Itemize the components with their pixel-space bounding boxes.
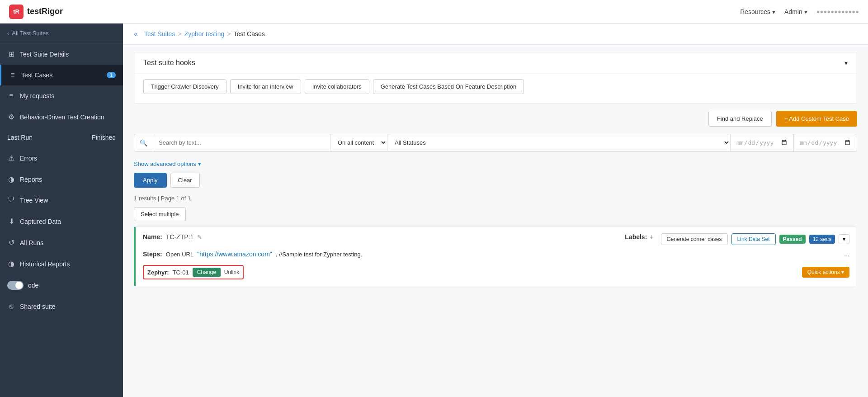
sidebar-item-my-requests[interactable]: ≡ My requests <box>0 85 123 106</box>
admin-menu[interactable]: Admin <box>784 8 807 15</box>
sidebar-label-last-run: Last Run <box>7 134 87 141</box>
tc-edit-icon[interactable]: ✎ <box>197 234 202 241</box>
link-dataset-button[interactable]: Link Data Set <box>731 233 776 245</box>
runs-icon: ↺ <box>7 238 15 247</box>
last-run-finished-badge: Finished <box>92 134 116 141</box>
back-chevron-icon: ‹ <box>7 30 9 37</box>
tree-icon: ⛉ <box>7 196 15 204</box>
actions-bar: Find and Replace + Add Custom Test Case <box>123 104 868 134</box>
sidebar-item-test-suite-details[interactable]: ⊞ Test Suite Details <box>0 43 123 65</box>
sidebar-label-shared-suite: Shared suite <box>20 303 116 310</box>
invite-collaborators-button[interactable]: Invite collaborators <box>305 79 369 94</box>
breadcrumb-test-suites[interactable]: Test Suites <box>144 30 175 38</box>
gear-icon: ⚙ <box>7 113 15 121</box>
zephyr-value: TC-01 <box>173 269 189 276</box>
user-label: ●●●●●●●●●●●● <box>816 8 859 15</box>
sidebar-back-button[interactable]: ‹ All Test Suites <box>0 24 123 43</box>
breadcrumb-current: Test Cases <box>233 30 264 38</box>
tc-footer-row: Zephyr: TC-01 Change Unlink Quick action… <box>136 261 857 286</box>
sidebar-label-captured-data: Captured Data <box>20 218 116 225</box>
sidebar-item-tree-view[interactable]: ⛉ Tree View <box>0 190 123 211</box>
tc-steps-rest: . //Sample test for Zypher testing. <box>276 251 362 258</box>
share-icon: ⎋ <box>7 302 15 311</box>
sidebar-label-test-suite-details: Test Suite Details <box>20 51 116 58</box>
select-multiple-button[interactable]: Select multiple <box>134 207 186 221</box>
sidebar-label-all-runs: All Runs <box>20 239 116 246</box>
sidebar-label-reports: Reports <box>20 176 116 183</box>
sidebar-label-my-requests: My requests <box>20 92 116 99</box>
search-input[interactable] <box>153 135 330 151</box>
generate-test-cases-button[interactable]: Generate Test Cases Based On Feature Des… <box>373 79 524 94</box>
tc-steps-url: "https://www.amazon.com" <box>197 250 272 258</box>
list-icon: ≡ <box>9 71 17 79</box>
status-filter-select[interactable]: All Statuses <box>387 134 730 151</box>
breadcrumb-sep2: > <box>227 30 231 38</box>
download-icon: ⬇ <box>7 217 15 226</box>
breadcrumb: « Test Suites > Zypher testing > Test Ca… <box>123 24 868 45</box>
sidebar-label-test-cases: Test Cases <box>21 71 102 79</box>
sidebar-item-all-runs[interactable]: ↺ All Runs <box>0 232 123 253</box>
sidebar-item-last-run[interactable]: Last Run Finished <box>0 128 123 147</box>
breadcrumb-suite-name[interactable]: Zypher testing <box>184 30 225 38</box>
sidebar-item-test-cases[interactable]: ≡ Test Cases 1 <box>0 65 123 85</box>
find-replace-button[interactable]: Find and Replace <box>708 111 772 127</box>
trigger-crawler-button[interactable]: Trigger Crawler Discovery <box>143 79 226 94</box>
sidebar-item-shared-suite[interactable]: ⎋ Shared suite <box>0 296 123 317</box>
test-cases-badge: 1 <box>107 72 116 78</box>
tc-steps-text: Open URL <box>166 251 193 258</box>
tc-zephyr-wrap: Zephyr: TC-01 Change Unlink <box>143 265 244 279</box>
resources-menu[interactable]: Resources <box>740 8 775 15</box>
tc-name-value: TC-ZTP:1 <box>166 233 193 241</box>
hooks-header[interactable]: Test suite hooks <box>134 52 857 73</box>
tc-name-label: Name: <box>143 233 162 241</box>
brand: tR testRigor <box>9 5 63 19</box>
apply-filter-button[interactable]: Apply <box>134 173 167 188</box>
sidebar-label-errors: Errors <box>20 155 116 162</box>
date-to-input[interactable] <box>793 134 857 151</box>
navbar: tR testRigor Resources Admin ●●●●●●●●●●●… <box>0 0 868 24</box>
filter-row: 🔍 On all content All Statuses <box>134 134 857 151</box>
clear-filter-button[interactable]: Clear <box>170 173 200 188</box>
sidebar-label-tree-view: Tree View <box>20 197 116 204</box>
breadcrumb-sep1: > <box>178 30 181 38</box>
sidebar-label-behavior-driven: Behavior-Driven Test Creation <box>20 113 116 121</box>
content-filter-select[interactable]: On all content <box>330 134 387 151</box>
hooks-chevron-icon <box>844 59 848 66</box>
hooks-title: Test suite hooks <box>143 59 195 67</box>
main-content: « Test Suites > Zypher testing > Test Ca… <box>123 24 868 397</box>
sidebar-item-errors[interactable]: ⚠ Errors <box>0 147 123 169</box>
dark-mode-toggle-switch[interactable] <box>7 281 24 290</box>
hooks-section: Test suite hooks Trigger Crawler Discove… <box>134 52 857 104</box>
tc-name-row: Name: TC-ZTP:1 ✎ <box>143 233 618 241</box>
app-body: ‹ All Test Suites ⊞ Test Suite Details ≡… <box>0 24 868 397</box>
hooks-body: Trigger Crawler Discovery Invite for an … <box>134 73 857 103</box>
invite-interview-button[interactable]: Invite for an interview <box>230 79 301 94</box>
sidebar-item-reports[interactable]: ◑ Reports <box>0 169 123 190</box>
tc-more-icon[interactable]: ... <box>844 250 849 258</box>
tc-labels-label: Labels: <box>625 233 647 241</box>
sidebar: ‹ All Test Suites ⊞ Test Suite Details ≡… <box>0 24 123 397</box>
show-advanced-options-link[interactable]: Show advanced options ▾ <box>123 157 868 171</box>
navbar-right: Resources Admin ●●●●●●●●●●●● <box>740 8 859 15</box>
admin-chevron-icon <box>804 8 807 15</box>
breadcrumb-back-button[interactable]: « <box>134 30 138 38</box>
zephyr-change-button[interactable]: Change <box>193 268 221 277</box>
search-icon: 🔍 <box>134 135 153 151</box>
zephyr-label: Zephyr: <box>147 269 169 276</box>
sidebar-item-captured-data[interactable]: ⬇ Captured Data <box>0 211 123 232</box>
test-case-card: Name: TC-ZTP:1 ✎ Labels: + Generate corn… <box>134 227 857 286</box>
tc-name-section: Name: TC-ZTP:1 ✎ <box>143 233 618 242</box>
expand-button[interactable]: ▾ <box>839 234 849 244</box>
date-from-input[interactable] <box>730 134 793 151</box>
add-custom-test-button[interactable]: + Add Custom Test Case <box>776 111 857 127</box>
sidebar-item-behavior-driven[interactable]: ⚙ Behavior-Driven Test Creation <box>0 106 123 128</box>
quick-actions-button[interactable]: Quick actions ▾ <box>802 267 849 278</box>
tc-add-label-button[interactable]: + <box>650 233 653 241</box>
filter-bar: 🔍 On all content All Statuses <box>123 134 868 157</box>
hooks-buttons: Trigger Crawler Discovery Invite for an … <box>143 79 848 94</box>
sidebar-item-dark-mode[interactable]: ode <box>0 274 123 296</box>
sidebar-item-historical-reports[interactable]: ◑ Historical Reports <box>0 253 123 274</box>
zephyr-unlink-button[interactable]: Unlink <box>224 269 239 275</box>
passed-badge: Passed <box>779 235 806 244</box>
generate-corner-cases-button[interactable]: Generate corner cases <box>661 233 728 245</box>
